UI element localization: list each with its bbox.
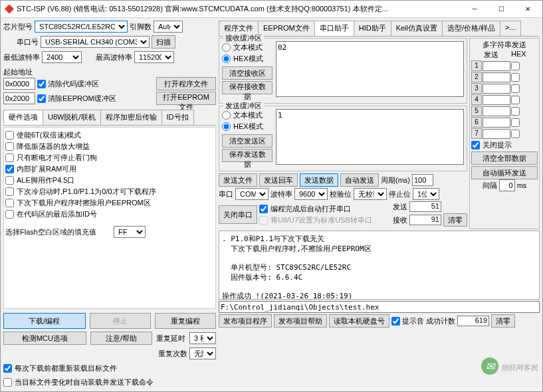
- ms-input-5[interactable]: [483, 106, 510, 116]
- clear-eeprom-label: 清除EEPROM缓冲区: [48, 94, 116, 104]
- clear-code-label: 清除代码缓冲区: [48, 79, 99, 89]
- hint-checkbox[interactable]: [391, 317, 400, 326]
- hw-check-7[interactable]: [5, 210, 14, 219]
- clear-zero-button[interactable]: 清零: [443, 213, 467, 227]
- repeat-delay-select[interactable]: 3 秒: [189, 332, 216, 344]
- ms-input-3[interactable]: [483, 84, 510, 94]
- minimize-button[interactable]: ─: [461, 1, 488, 17]
- ms-hex-5[interactable]: [511, 107, 520, 116]
- repeat-count-select[interactable]: 无限: [189, 347, 216, 359]
- pin-select[interactable]: Auto: [154, 21, 183, 33]
- tab-id[interactable]: ID号扣: [162, 110, 194, 125]
- multi-title: 多字符串发送: [471, 40, 538, 50]
- hw-check-3[interactable]: [5, 165, 14, 173]
- auto-open-checkbox[interactable]: [259, 205, 268, 213]
- tx-textarea[interactable]: 1: [276, 109, 464, 165]
- tab-more[interactable]: >...: [500, 21, 521, 36]
- serial-select[interactable]: USB-SERIAL CH340 (COM3): [41, 36, 150, 48]
- ms-btn-1[interactable]: 1: [471, 60, 482, 71]
- tab-eeprom-file[interactable]: EEPROM文件: [258, 21, 315, 36]
- tab-serial-helper[interactable]: 串口助手: [314, 21, 354, 36]
- publish-prog-button[interactable]: 发布项目程序: [219, 314, 272, 328]
- publish-help-button[interactable]: 发布项目帮助: [274, 314, 327, 328]
- ms-hex-7[interactable]: [511, 130, 520, 138]
- send-file-button[interactable]: 发送文件: [219, 173, 257, 187]
- hw-check-0[interactable]: [5, 131, 14, 140]
- flash-fill-label: 选择Flash空白区域的填充值: [5, 227, 96, 237]
- tab-price[interactable]: 选型/价格/样品: [442, 21, 500, 36]
- auto-detect-checkbox[interactable]: [3, 378, 12, 387]
- tab-encrypt[interactable]: 程序加密后传输: [100, 110, 162, 125]
- ms-input-6[interactable]: [483, 118, 510, 128]
- save-tx-button[interactable]: 保存发送数据: [222, 149, 272, 162]
- hw-check-6[interactable]: [5, 199, 14, 207]
- open-prog-button[interactable]: 打开程序文件: [156, 77, 216, 90]
- help-button[interactable]: 注意/帮助: [90, 332, 152, 345]
- clear-zero2-button[interactable]: 清零: [491, 314, 515, 328]
- close-button[interactable]: ✕: [514, 1, 541, 17]
- auto-reload-checkbox[interactable]: [3, 364, 12, 373]
- ms-input-2[interactable]: [483, 72, 510, 82]
- ms-btn-5[interactable]: 5: [471, 106, 482, 116]
- ms-hex-3[interactable]: [511, 84, 520, 93]
- ms-btn-7[interactable]: 7: [471, 128, 482, 139]
- tab-keil[interactable]: Keil仿真设置: [391, 21, 443, 36]
- ms-hex-4[interactable]: [511, 96, 520, 104]
- save-rx-button[interactable]: 保存接收数据: [222, 81, 272, 94]
- clear-code-checkbox[interactable]: [37, 80, 46, 88]
- ms-btn-6[interactable]: 6: [471, 117, 482, 128]
- ms-input-7[interactable]: [483, 129, 510, 139]
- rx-hex-radio[interactable]: [222, 54, 231, 63]
- reprogram-button[interactable]: 重复编程: [155, 313, 216, 329]
- ms-btn-2[interactable]: 2: [471, 72, 482, 82]
- hw-check-4[interactable]: [5, 176, 14, 185]
- stop-select[interactable]: 1位: [413, 188, 439, 200]
- addr1-input[interactable]: [3, 78, 35, 90]
- ms-hex-1[interactable]: [511, 62, 520, 70]
- tab-hardware[interactable]: 硬件选项: [3, 110, 43, 125]
- close-port-button[interactable]: 关闭串口: [219, 205, 257, 224]
- read-disk-button[interactable]: 读取本机硬盘号: [329, 314, 389, 328]
- ms-hex-2[interactable]: [511, 73, 520, 82]
- open-eeprom-button[interactable]: 打开EEPROM文件: [156, 92, 216, 105]
- close-hint-checkbox[interactable]: [471, 141, 480, 149]
- tab-hid[interactable]: HID助手: [354, 21, 391, 36]
- send-cr-button[interactable]: 发送回车: [259, 173, 298, 187]
- ms-input-4[interactable]: [483, 95, 510, 105]
- period-input[interactable]: [412, 174, 433, 186]
- max-baud-select[interactable]: 115200: [134, 51, 174, 63]
- port-select[interactable]: COM3: [235, 188, 269, 200]
- hw-check-2[interactable]: [5, 153, 14, 162]
- clear-rx-button[interactable]: 清空接收区: [222, 66, 272, 80]
- ms-input-1[interactable]: [483, 61, 510, 71]
- ms-hex-6[interactable]: [511, 118, 520, 127]
- tx-hex-radio[interactable]: [222, 122, 231, 131]
- parity-select[interactable]: 无校验: [354, 188, 387, 200]
- chip-select[interactable]: STC89C52RC/LE52RC: [35, 21, 128, 33]
- hex-path-input[interactable]: [219, 301, 540, 313]
- baud-select[interactable]: 9600: [294, 188, 328, 200]
- auto-send-button[interactable]: 自动发送: [340, 173, 379, 187]
- rx-text-radio[interactable]: [222, 43, 231, 52]
- auto-loop-button[interactable]: 自动循环发送: [471, 166, 538, 179]
- flash-fill-select[interactable]: FF: [114, 226, 146, 238]
- download-button[interactable]: 下载/编程: [3, 313, 86, 329]
- clear-all-button[interactable]: 清空全部数据: [471, 151, 538, 165]
- min-baud-select[interactable]: 2400: [42, 51, 82, 63]
- addr2-input[interactable]: [3, 92, 35, 104]
- scan-button[interactable]: 扫描: [152, 35, 175, 49]
- interval-input[interactable]: [499, 179, 515, 191]
- hw-check-1[interactable]: [5, 142, 14, 151]
- ms-btn-4[interactable]: 4: [471, 94, 482, 105]
- tx-text-radio[interactable]: [222, 111, 231, 120]
- hw-check-5[interactable]: [5, 187, 14, 196]
- clear-eeprom-checkbox[interactable]: [37, 94, 46, 103]
- clear-tx-button[interactable]: 清空发送区: [222, 134, 272, 147]
- send-data-button[interactable]: 发送数据: [300, 173, 338, 187]
- tab-u8w[interactable]: U8W脱机/联机: [43, 110, 101, 125]
- detect-mcu-button[interactable]: 检测MCU选项: [3, 332, 86, 345]
- ms-btn-3[interactable]: 3: [471, 83, 482, 94]
- maximize-button[interactable]: ☐: [488, 1, 514, 17]
- stop-button[interactable]: 停止: [90, 313, 151, 329]
- rx-textarea[interactable]: 02: [276, 41, 464, 97]
